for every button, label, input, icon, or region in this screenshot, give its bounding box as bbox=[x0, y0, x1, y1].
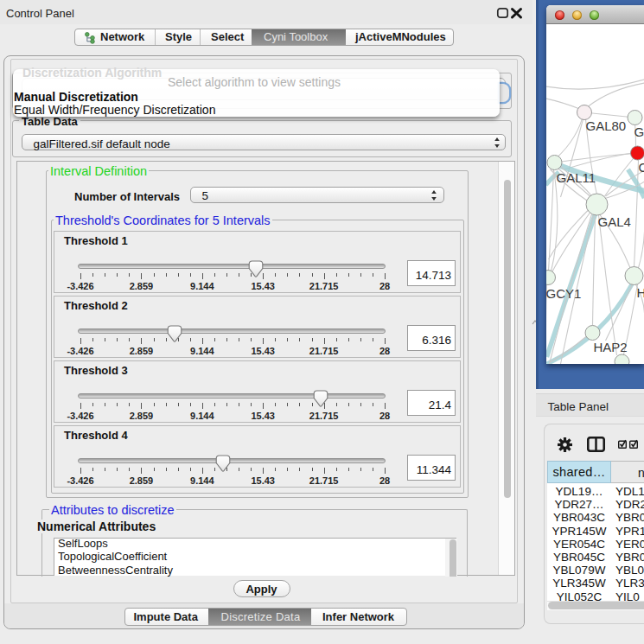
svg-text:GAL11: GAL11 bbox=[556, 170, 596, 185]
svg-text:GAL80: GAL80 bbox=[585, 118, 626, 133]
svg-text:H: H bbox=[636, 285, 644, 300]
svg-text:GA: GA bbox=[634, 124, 644, 139]
svg-text:GAL4: GAL4 bbox=[597, 214, 630, 229]
svg-text:GCY1: GCY1 bbox=[546, 286, 581, 301]
svg-text:HAP2: HAP2 bbox=[593, 340, 627, 354]
svg-text:C: C bbox=[638, 160, 644, 175]
